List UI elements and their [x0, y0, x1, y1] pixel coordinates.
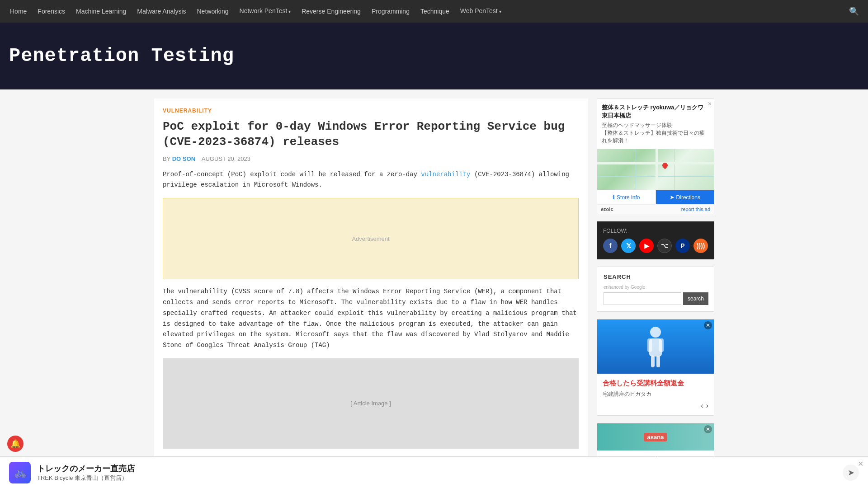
top-nav: Home Forensics Machine Learning Malware … [0, 0, 868, 23]
svg-rect-5 [656, 356, 660, 367]
search-heading: SEARCH [604, 273, 708, 280]
paypal-icon[interactable]: P [675, 239, 690, 253]
author-by-label: BY [163, 155, 170, 162]
article-meta: BY DO SON AUGUST 20, 2023 [163, 155, 579, 162]
sidebar-ad-1-close[interactable]: ✕ [708, 101, 712, 107]
bottom-banner-sub-text: TREK Bicycle 東京青山（直営店） [37, 474, 836, 478]
article-ad-banner: Advertisement [163, 198, 579, 279]
nav-network-pentest-dropdown[interactable]: Network PenTest [234, 0, 297, 23]
youtube-icon[interactable]: ▶ [639, 239, 654, 253]
follow-icons: f 𝕏 ▶ ⌥ P )))) [603, 239, 708, 253]
svg-rect-4 [651, 356, 655, 367]
sidebar-ad-2-sub: 宅建講座のヒガタカ [603, 390, 708, 398]
bottom-banner-icon [9, 462, 31, 478]
nav-technique[interactable]: Technique [415, 0, 455, 23]
sidebar-ad-2-nav: ‹ › [603, 402, 708, 410]
nav-network-pentest[interactable]: Network PenTest [234, 0, 297, 23]
site-header: Penetration Testing [0, 23, 868, 89]
site-title: Penetration Testing [9, 45, 234, 67]
nav-reverse-engineering[interactable]: Reverse Engineering [296, 0, 366, 23]
sidebar-ad-1-subtitle1: 至極のヘッドマッサージ体験 [602, 122, 709, 129]
directions-label: Directions [676, 194, 700, 201]
sidebar-ad-1-subtitle2: 【整体＆ストレッチ】独自技術で日々の疲れを解消！ [602, 129, 709, 145]
nav-search-button[interactable]: 🔍 [844, 6, 863, 16]
sidebar-ad-3-image: asana [597, 423, 714, 450]
search-button[interactable]: search [683, 292, 708, 305]
twitter-icon[interactable]: 𝕏 [621, 239, 636, 253]
report-ad-link[interactable]: report this ad [681, 206, 710, 212]
sidebar-ad-1-title: 整体＆ストレッチ ryokuwa／リョクワ 東日本橋店 [602, 103, 709, 120]
bottom-banner-close[interactable]: ✕ [858, 460, 863, 468]
sidebar-ad-2-title: 合格したら受講料全額返金 [603, 379, 708, 388]
follow-widget: FOLLOW: f 𝕏 ▶ ⌥ P )))) [597, 221, 714, 259]
sidebar-ad-1: ✕ 整体＆ストレッチ ryokuwa／リョクワ 東日本橋店 至極のヘッドマッサー… [597, 99, 714, 214]
sidebar-ad-1-buttons: ℹ Store info ➤ Directions [597, 190, 714, 204]
nav-web-pentest[interactable]: Web PenTest [455, 0, 507, 23]
sidebar-ad-3-close[interactable]: ✕ [704, 425, 712, 433]
map-pin [661, 163, 669, 172]
main-content: VULNERABILITY PoC exploit for 0-day Wind… [154, 99, 588, 468]
bottom-banner-text: トレックのメーカー直売店 TREK Bicycle 東京青山（直営店） [37, 463, 836, 478]
ezoic-bar: ezoic report this ad [597, 204, 714, 214]
vulnerability-link[interactable]: vulnerability [421, 171, 470, 178]
facebook-icon[interactable]: f [603, 239, 618, 253]
info-icon: ℹ [613, 194, 615, 201]
nav-forensics[interactable]: Forensics [32, 0, 71, 23]
bottom-banner-main-text: トレックのメーカー直売店 [37, 463, 836, 474]
search-widget: SEARCH enhanced by Google search [597, 267, 714, 312]
directions-icon: ➤ [670, 194, 675, 201]
follow-label: FOLLOW: [603, 228, 708, 234]
sidebar-ad-2-next[interactable]: › [706, 402, 708, 410]
sidebar-ad-1-info: 整体＆ストレッチ ryokuwa／リョクワ 東日本橋店 至極のヘッドマッサージ体… [597, 99, 714, 149]
article-screenshot-image: [ Article Image ] [163, 358, 579, 449]
sidebar-ad-2: ✕ 合格したら受講料全額返金 宅建講座のヒガタカ ‹ › [597, 319, 714, 416]
nav-home[interactable]: Home [5, 0, 32, 23]
article-title: PoC exploit for 0-day Windows Error Repo… [163, 119, 579, 150]
notification-button[interactable]: 🔔 [7, 436, 24, 452]
search-powered: enhanced by Google [604, 285, 708, 290]
sidebar-ad-2-prev[interactable]: ‹ [701, 402, 703, 410]
sidebar: ✕ 整体＆ストレッチ ryokuwa／リョクワ 東日本橋店 至極のヘッドマッサー… [597, 99, 714, 468]
store-info-label: Store info [617, 194, 640, 201]
asana-brand: asana [644, 433, 668, 441]
ezoic-logo: ezoic [601, 206, 613, 212]
store-info-button[interactable]: ℹ Store info [597, 190, 656, 204]
directions-button[interactable]: ➤ Directions [656, 190, 714, 204]
article-paragraph-1: Proof-of-concept (PoC) exploit code will… [163, 169, 579, 191]
article-paragraph-2: The vulnerability (CVSS score of 7.8) af… [163, 286, 579, 351]
article-body: Proof-of-concept (PoC) exploit code will… [163, 169, 579, 449]
svg-rect-3 [659, 338, 664, 352]
bottom-banner-ad: トレックのメーカー直売店 TREK Bicycle 東京青山（直営店） ➤ ✕ [0, 456, 868, 477]
nav-programming[interactable]: Programming [366, 0, 415, 23]
sidebar-ad-2-image [597, 319, 714, 374]
sidebar-ad-1-map [597, 149, 714, 190]
search-row: search [604, 292, 708, 305]
category-tag: VULNERABILITY [163, 108, 579, 114]
svg-point-0 [650, 327, 661, 338]
bottom-banner-arrow-icon: ➤ [843, 465, 859, 478]
nav-malware-analysis[interactable]: Malware Analysis [132, 0, 191, 23]
author-link[interactable]: DO SON [172, 155, 195, 162]
sidebar-ad-2-body: 合格したら受講料全額返金 宅建講座のヒガタカ ‹ › [597, 374, 714, 415]
person-silhouette [642, 324, 669, 369]
search-input[interactable] [604, 292, 681, 305]
nav-web-pentest-dropdown[interactable]: Web PenTest [455, 0, 507, 23]
svg-rect-2 [647, 338, 652, 352]
nav-networking[interactable]: Networking [192, 0, 234, 23]
content-wrapper: VULNERABILITY PoC exploit for 0-day Wind… [149, 89, 719, 477]
github-icon[interactable]: ⌥ [657, 239, 672, 253]
rss-icon[interactable]: )))) [693, 239, 708, 253]
sidebar-ad-2-close[interactable]: ✕ [704, 321, 712, 329]
article-date: AUGUST 20, 2023 [202, 155, 250, 162]
nav-machine-learning[interactable]: Machine Learning [71, 0, 132, 23]
